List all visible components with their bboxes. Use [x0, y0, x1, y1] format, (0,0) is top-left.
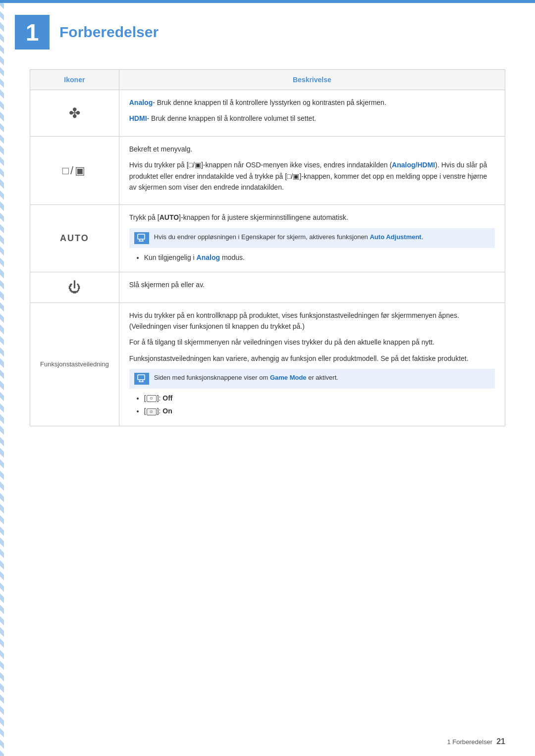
label-analog-mode: Analog [197, 253, 220, 261]
desc-cell-funksjon: Hvis du trykker på en kontrollknapp på p… [119, 302, 505, 426]
note-icon-2 [134, 373, 149, 385]
chapter-number: 1 [26, 19, 39, 46]
note-game-mode: Siden med funksjonsknappene viser om Gam… [129, 369, 495, 389]
bullet-game-off: [ ⊙ ]: Off [144, 393, 495, 403]
icon-cell-auto: AUTO [30, 205, 119, 272]
label-analog-hdmi: Analog/HDMI [392, 161, 435, 169]
header-icons: Ikoner [30, 70, 119, 90]
desc-cell-input: Bekreft et menyvalg. Hvis du trykker på … [119, 136, 505, 205]
table-row: Funksjonstastveiledning Hvis du trykker … [30, 302, 505, 426]
icon-cell-input: □/▣ [30, 136, 119, 205]
label-analog: Analog [129, 99, 153, 106]
icon-cell-funksjon: Funksjonstastveiledning [30, 302, 119, 426]
chapter-number-block: 1 [15, 15, 50, 50]
table-header-row: Ikoner Beskrivelse [30, 70, 505, 90]
desc-funksjon-2: For å få tilgang til skjermmenyen når ve… [129, 337, 495, 348]
note-auto-adjustment: Hvis du endrer oppløsningen i Egenskaper… [129, 228, 495, 248]
desc-analog-brightness: Analog- Bruk denne knappen til å kontrol… [129, 97, 495, 108]
svg-rect-4 [138, 375, 145, 380]
label-hdmi: HDMI [129, 114, 147, 122]
auto-label-inline: AUTO [160, 213, 179, 221]
note-text-game: Siden med funksjonsknappene viser om Gam… [154, 373, 338, 383]
desc-funksjon-1: Hvis du trykker på en kontrollknapp på p… [129, 310, 495, 332]
icon-cell-power: ⏻ [30, 272, 119, 302]
desc-auto-adjust: Trykk på [AUTO]-knappen for å justere sk… [129, 212, 495, 223]
desc-hdmi-volume: HDMI- Bruk denne knappen til å kontrolle… [129, 113, 495, 124]
label-on: On [162, 407, 172, 415]
label-auto-adjustment: Auto Adjustment [370, 233, 421, 241]
desc-confirm-menu: Bekreft et menyvalg. [129, 144, 495, 154]
desc-cell-power: Slå skjermen på eller av. [119, 272, 505, 302]
header-desc: Beskrivelse [119, 70, 505, 90]
svg-rect-0 [138, 234, 145, 239]
note-text-auto: Hvis du endrer oppløsningen i Egenskaper… [154, 232, 424, 242]
left-stripe [0, 0, 4, 756]
desc-cell-analog: Analog- Bruk denne knappen til å kontrol… [119, 90, 505, 137]
label-game-mode: Game Mode [270, 374, 307, 381]
input-source-icon: □/▣ [62, 164, 87, 177]
desc-cell-auto: Trykk på [AUTO]-knappen for å justere sk… [119, 205, 505, 272]
table-row: □/▣ Bekreft et menyvalg. Hvis du trykker… [30, 136, 505, 205]
chapter-header: 1 Forberedelser [0, 0, 535, 59]
power-icon: ⏻ [68, 280, 81, 295]
desc-power-onoff: Slå skjermen på eller av. [129, 279, 495, 290]
table-row: AUTO Trykk på [AUTO]-knappen for å juste… [30, 205, 505, 272]
sun-icon: ✤ [69, 105, 80, 121]
icon-cell-sun: ✤ [30, 90, 119, 137]
funksjon-label: Funksjonstastveiledning [40, 360, 109, 368]
desc-input-change: Hvis du trykker på [□/▣]-knappen når OSD… [129, 159, 495, 193]
game-mode-bullet-list: [ ⊙ ]: Off [ ⊙ ]: On [144, 393, 495, 417]
desc-funksjon-3: Funksjonstastveiledningen kan variere, a… [129, 353, 495, 364]
main-table: Ikoner Beskrivelse ✤ Analog- Bruk denne … [30, 69, 505, 426]
label-off: Off [162, 394, 172, 402]
auto-bullet-list: Kun tilgjengelig i Analog modus. [144, 252, 495, 263]
note-icon-1 [134, 232, 149, 244]
auto-icon: AUTO [60, 233, 89, 243]
chapter-title: Forberedelser [59, 24, 159, 41]
bullet-game-on: [ ⊙ ]: On [144, 405, 495, 416]
footer-page-number: 21 [496, 737, 505, 746]
footer-chapter-text: 1 Forberedelser [447, 738, 492, 746]
table-row: ⏻ Slå skjermen på eller av. [30, 272, 505, 302]
bullet-analog-mode: Kun tilgjengelig i Analog modus. [144, 252, 495, 263]
page-footer: 1 Forberedelser 21 [447, 737, 505, 746]
table-row: ✤ Analog- Bruk denne knappen til å kontr… [30, 90, 505, 137]
content-area: Ikoner Beskrivelse ✤ Analog- Bruk denne … [0, 59, 535, 456]
